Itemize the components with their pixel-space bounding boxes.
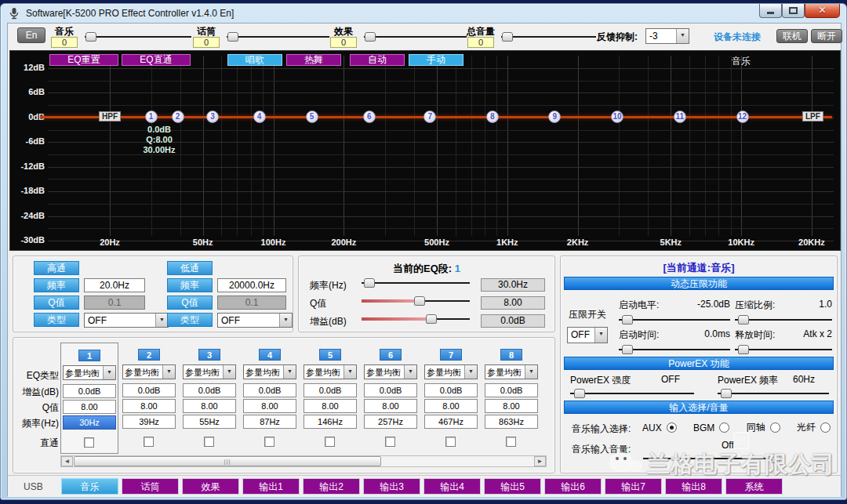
checkbox-icon[interactable]	[325, 437, 335, 447]
tab-输出4[interactable]: 输出4	[424, 478, 481, 495]
slider-thumb[interactable]	[364, 278, 375, 288]
input-option[interactable]: 同轴	[747, 421, 780, 434]
band-type-select[interactable]: 参量均衡	[122, 364, 176, 379]
eq-band-marker[interactable]: 10	[611, 111, 623, 123]
eq-band-marker[interactable]: 12	[736, 111, 749, 123]
compressor-param-slider[interactable]	[735, 315, 832, 325]
eq-band-marker[interactable]: 2	[172, 111, 184, 123]
eq-band-marker[interactable]: 1	[145, 111, 158, 123]
band-freq-field[interactable]: 257Hz	[364, 415, 417, 429]
band-type-select[interactable]: 参量均衡	[424, 364, 478, 379]
slider-thumb[interactable]	[414, 296, 425, 306]
chevron-down-icon[interactable]	[344, 365, 356, 379]
band-type-select[interactable]: 参量均衡	[304, 364, 357, 379]
checkbox-icon[interactable]	[144, 437, 154, 447]
band-gain-field[interactable]: 0.0dB	[424, 383, 478, 397]
slider-thumb[interactable]	[365, 32, 376, 42]
tab-输出3[interactable]: 输出3	[363, 478, 420, 495]
band-bypass-checkbox[interactable]	[385, 437, 395, 447]
toolbar-volume-slider[interactable]	[85, 32, 191, 42]
band-freq-field[interactable]: 55Hz	[183, 415, 236, 429]
band-gain-field[interactable]: 0.0dB	[364, 383, 417, 397]
slider-thumb[interactable]	[227, 32, 238, 42]
preset-dance-button[interactable]: 热舞	[286, 54, 341, 66]
band-q-field[interactable]: 8.00	[183, 399, 236, 413]
band-bypass-checkbox[interactable]	[264, 437, 274, 447]
maximize-icon[interactable]	[782, 4, 805, 18]
compressor-param-slider[interactable]	[735, 345, 832, 354]
input-volume-slider[interactable]	[643, 454, 783, 463]
band-bypass-checkbox[interactable]	[144, 437, 154, 447]
toolbar-slider-value[interactable]: 0	[467, 37, 494, 48]
eq-band-marker[interactable]: 3	[206, 111, 219, 123]
chevron-down-icon[interactable]	[404, 365, 416, 379]
checkbox-icon[interactable]	[204, 437, 214, 447]
eq-band-marker[interactable]: 8	[486, 111, 499, 123]
language-button[interactable]: En	[17, 27, 45, 43]
toolbar-slider-value[interactable]: 0	[193, 37, 220, 48]
radio-button[interactable]	[770, 422, 780, 433]
band-freq-field[interactable]: 146Hz	[304, 415, 357, 429]
lowpass-type-select[interactable]: OFF	[217, 313, 293, 328]
lpf-marker[interactable]: LPF	[802, 111, 823, 121]
band-type-select[interactable]: 参量均衡	[485, 364, 538, 379]
eq-band-marker[interactable]: 9	[548, 111, 561, 123]
connect-button[interactable]: 联机	[776, 29, 808, 43]
band-q-field[interactable]: 8.00	[122, 399, 176, 413]
radio-button-selected[interactable]	[667, 422, 677, 433]
scrollbar-thumb[interactable]: |||	[74, 456, 381, 466]
disconnect-button[interactable]: 断开	[811, 29, 842, 43]
slider-thumb[interactable]	[738, 345, 749, 354]
powerex-param-slider[interactable]	[570, 389, 694, 398]
chevron-down-icon[interactable]	[594, 328, 607, 343]
band-q-field[interactable]: 8.00	[424, 399, 478, 413]
tab-话筒[interactable]: 话筒	[122, 478, 179, 495]
mode-manual-button[interactable]: 手动	[409, 54, 463, 66]
checkbox-icon[interactable]	[84, 437, 94, 448]
checkbox-icon[interactable]	[385, 437, 395, 447]
slider-thumb[interactable]	[574, 389, 585, 398]
band-type-select[interactable]: 参量均衡	[63, 365, 116, 380]
chevron-down-icon[interactable]	[283, 365, 296, 379]
chevron-down-icon[interactable]	[155, 314, 168, 327]
band-type-select[interactable]: 参量均衡	[364, 364, 417, 379]
band-type-select[interactable]: 参量均衡	[243, 364, 296, 379]
compressor-param-slider[interactable]	[619, 315, 730, 325]
input-option[interactable]: 光纤	[797, 421, 831, 434]
toolbar-slider-value[interactable]: 0	[330, 37, 357, 48]
slider-thumb[interactable]	[738, 315, 749, 325]
eq-band-marker[interactable]: 5	[306, 111, 318, 123]
preset-sing-button[interactable]: 唱歌	[227, 54, 282, 66]
chevron-down-icon[interactable]	[279, 314, 292, 327]
tab-输出6[interactable]: 输出6	[544, 478, 602, 495]
band-q-field[interactable]: 8.00	[364, 399, 417, 413]
toolbar-volume-slider[interactable]	[501, 32, 596, 42]
tab-输出7[interactable]: 输出7	[605, 478, 662, 495]
tab-输出8[interactable]: 输出8	[665, 478, 722, 495]
powerex-param-slider[interactable]	[718, 389, 829, 398]
band-gain-field[interactable]: 0.0dB	[304, 383, 357, 397]
checkbox-icon[interactable]	[506, 437, 516, 447]
chevron-down-icon[interactable]	[103, 366, 115, 379]
chevron-down-icon[interactable]	[525, 365, 537, 379]
radio-button[interactable]	[820, 422, 831, 433]
slider-thumb[interactable]	[769, 454, 780, 463]
band-freq-field[interactable]: 467Hz	[424, 415, 478, 429]
eq-bypass-button[interactable]: EQ直通	[122, 54, 191, 66]
tab-音乐[interactable]: 音乐	[61, 478, 118, 495]
minimize-icon[interactable]	[759, 4, 782, 18]
eq-band-marker[interactable]: 6	[363, 111, 376, 123]
lowpass-freq-field[interactable]: 20000.0Hz	[217, 278, 286, 292]
slider-thumb[interactable]	[622, 315, 633, 325]
band-q-field[interactable]: 8.00	[63, 400, 116, 414]
checkbox-icon[interactable]	[264, 437, 274, 447]
toolbar-volume-slider[interactable]	[227, 32, 329, 42]
band-q-field[interactable]: 8.00	[243, 399, 296, 413]
band-gain-field[interactable]: 0.0dB	[485, 383, 538, 397]
toolbar-slider-value[interactable]: 0	[51, 37, 78, 48]
band-gain-field[interactable]: 0.0dB	[183, 383, 236, 397]
band-freq-field[interactable]: 30Hz	[63, 415, 116, 430]
scroll-left-icon[interactable]: ◄	[61, 456, 73, 466]
slider-thumb[interactable]	[85, 32, 96, 42]
band-param-slider[interactable]	[362, 314, 470, 324]
